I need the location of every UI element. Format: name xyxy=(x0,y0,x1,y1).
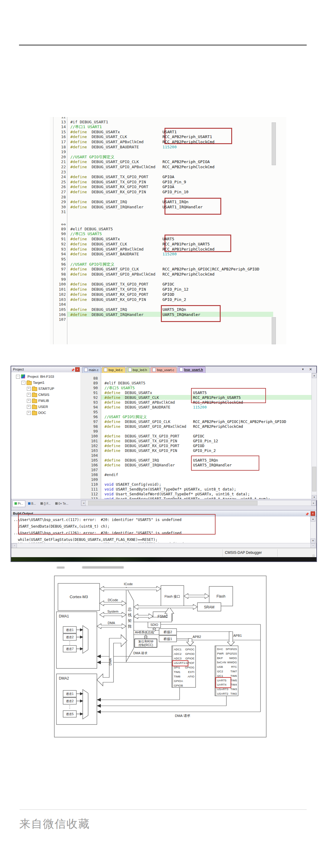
code-line: 110void USAERT_Config(void); xyxy=(80,482,311,487)
code-line: 99 xyxy=(80,429,311,434)
stm32-architecture-diagram: Cortex-M3 DMA1 DMA2 ICode DCode System D… xyxy=(48,563,308,774)
folder-icon xyxy=(32,387,37,391)
scroll-right-icon[interactable]: › xyxy=(310,543,316,548)
code-line: 15#define DEBUG_USARTx USART1 xyxy=(50,129,286,134)
folder-icon xyxy=(27,381,32,385)
scroll-up-icon[interactable]: ▲ xyxy=(312,373,317,378)
peripheral-label: ADC2 xyxy=(174,652,182,655)
editor-area[interactable]: 8889#elif DEBUG_USART590//串口5 USART591#d… xyxy=(80,373,311,500)
editor-hscrollbar[interactable]: ◂ ▸ xyxy=(81,500,316,506)
code-line: 31 xyxy=(50,209,286,214)
peripheral-label: SPI2/I2S xyxy=(226,652,237,655)
sidebar-item-user[interactable]: +USER xyxy=(11,404,79,410)
code-line: 22#define DEBUG_USART_GPIO_APBxClkCmd RC… xyxy=(50,164,286,169)
tabbar-close-icon[interactable]: ✕ xyxy=(309,367,312,371)
tree-expander-icon[interactable]: + xyxy=(27,411,31,415)
page: 1213#if DEBUG_USART114//串口1 USART115#def… xyxy=(0,0,326,868)
editor-box-usart5-irq xyxy=(191,456,259,471)
code2-scrollbar[interactable] xyxy=(272,317,276,344)
tree-expander-icon[interactable]: - xyxy=(22,381,25,385)
code-line: 107 xyxy=(50,317,286,322)
dma1-box xyxy=(56,612,97,669)
tab-main-c[interactable]: main.c xyxy=(82,367,101,373)
code-line: 98#define DEBUG_USART_GPIO_APBxClkCmd RC… xyxy=(80,424,311,429)
sidebar-item-cmsis[interactable]: +CMSIS xyxy=(11,392,79,398)
peripheral-label: SPI3/I2S xyxy=(226,647,237,651)
peripheral-label: GPIOC xyxy=(185,648,194,651)
peripheral-label: EXTI xyxy=(188,670,194,674)
sidebar-item-project-bh-f103[interactable]: -Project: BH-F103 xyxy=(11,374,79,379)
tree-expander-icon[interactable]: + xyxy=(27,393,31,397)
dma-channel-label: 通道2 xyxy=(66,700,74,703)
scroll-left-icon[interactable]: ‹ xyxy=(12,543,17,548)
code-screenshot-usart5: 8889#elif DEBUG_USART590//串口5 USART591#d… xyxy=(50,224,286,344)
sdio-label: SDIO xyxy=(150,623,158,626)
editor-vscrollbar[interactable]: ▲ ▼ xyxy=(311,373,317,500)
scroll-down-icon[interactable]: ▼ xyxy=(310,538,316,543)
top-divider xyxy=(19,44,307,45)
code-line: 27#define DEBUG_USART_RX_GPIO_PIN GPIO_P… xyxy=(50,189,286,194)
panel-tab-0[interactable]: Pr... xyxy=(12,500,25,507)
peripheral-label: I2C2 xyxy=(217,670,223,673)
tree-expander-icon[interactable]: + xyxy=(27,399,31,403)
code-line: 17#define DEBUG_USART_APBxClkCmd RCC_APB… xyxy=(50,139,286,145)
peripheral-label: TIM8 xyxy=(174,675,181,678)
code-line: 88 xyxy=(50,224,286,226)
tree-expander-icon[interactable]: - xyxy=(16,375,20,379)
folder-icon xyxy=(32,405,37,409)
code-line: 29#define DEBUG_USART_IRQ USART1_IRQn xyxy=(50,199,286,205)
dma1-label: DMA1 xyxy=(59,614,69,618)
bridge1-label: 桥接1 xyxy=(163,637,172,641)
tab-bsp_led-h[interactable]: bsp_led.h xyxy=(126,367,150,373)
scroll-up-icon[interactable]: ▲ xyxy=(310,517,316,522)
system-label: System xyxy=(107,610,119,613)
code-line: 105#define DEBUG_USART_IRQ UART5_IRQn xyxy=(50,307,286,312)
project-panel-close-icon[interactable]: x xyxy=(75,367,80,372)
peripheral-label: DAC xyxy=(217,647,223,651)
scroll-right-icon[interactable]: ▸ xyxy=(311,500,316,506)
panel-tab-icon xyxy=(15,502,17,505)
dma1-mux xyxy=(83,626,88,653)
tree-expander-icon[interactable]: + xyxy=(27,387,31,391)
code-line: 109 xyxy=(80,477,311,482)
diagram-svg: Cortex-M3 DMA1 DMA2 ICode DCode System D… xyxy=(53,571,270,748)
sidebar-item-fwlib[interactable]: +FWLIB xyxy=(11,398,79,404)
sidebar-item-target1[interactable]: -Target1 xyxy=(11,379,79,385)
code-line: 28 xyxy=(50,194,286,199)
panel-tab-3[interactable]: 0+ Te... xyxy=(53,501,70,507)
sidebar-item-startup[interactable]: +STARTUP xyxy=(11,385,79,392)
scroll-left-icon[interactable]: ◂ xyxy=(81,500,86,506)
tab-bsp_usart-h[interactable]: bsp_usart.h xyxy=(178,366,206,373)
resize-grip-icon[interactable]: ◫ xyxy=(312,554,315,557)
code-line: 101#define DEBUG_USART_TX_GPIO_PIN GPIO_… xyxy=(50,287,286,292)
sidebar-item-doc[interactable]: +DOC xyxy=(11,410,79,416)
document-icon xyxy=(180,368,183,371)
footer-source-label: 来自微信收藏 xyxy=(19,816,90,832)
code-line: 101#define DEBUG_USART_TX_GPIO_PIN GPIO_… xyxy=(80,438,311,443)
dma-request-label-mid: DMA 请求 xyxy=(133,651,147,655)
code1-scrollbar[interactable] xyxy=(272,122,276,165)
code-line: 19 xyxy=(50,149,286,154)
tree-expander-icon[interactable]: + xyxy=(27,405,31,409)
project-panel-header: Project 📌 x xyxy=(11,366,80,373)
bus-arrow xyxy=(184,594,209,599)
dma-channel-label: 通道1 xyxy=(66,692,74,695)
peripheral-label: TIM3 xyxy=(230,687,237,691)
build-vscrollbar[interactable]: ▲ ▼ xyxy=(310,517,316,544)
peripheral-label: USART1 xyxy=(174,661,185,664)
footer-divider xyxy=(20,809,307,810)
code-line: 94#define DEBUG_USART_BAUDRATE 115200 xyxy=(50,251,286,256)
panel-tab-2[interactable]: {} F... xyxy=(38,501,53,507)
editor-hscroll-thumb[interactable] xyxy=(88,501,257,505)
build-close-icon[interactable]: x xyxy=(310,512,315,516)
peripheral-label: TIM6 xyxy=(230,674,237,678)
code-line: 91#define DEBUG_USARTx UART5 xyxy=(50,236,286,242)
tab-bsp_usart-c[interactable]: bsp_usart.c xyxy=(150,367,177,373)
project-panel-title: Project xyxy=(13,368,24,371)
tab-bsp_led-c[interactable]: bsp_led.c xyxy=(102,367,125,373)
editor-vscroll-thumb[interactable] xyxy=(312,467,316,491)
cortex-label: Cortex-M3 xyxy=(70,594,88,599)
rcc-label-1: 复位和时钟 xyxy=(138,640,153,643)
panel-tab-1[interactable]: B... xyxy=(26,501,38,507)
tab-list-dropdown-icon[interactable]: ▼ xyxy=(302,368,304,371)
